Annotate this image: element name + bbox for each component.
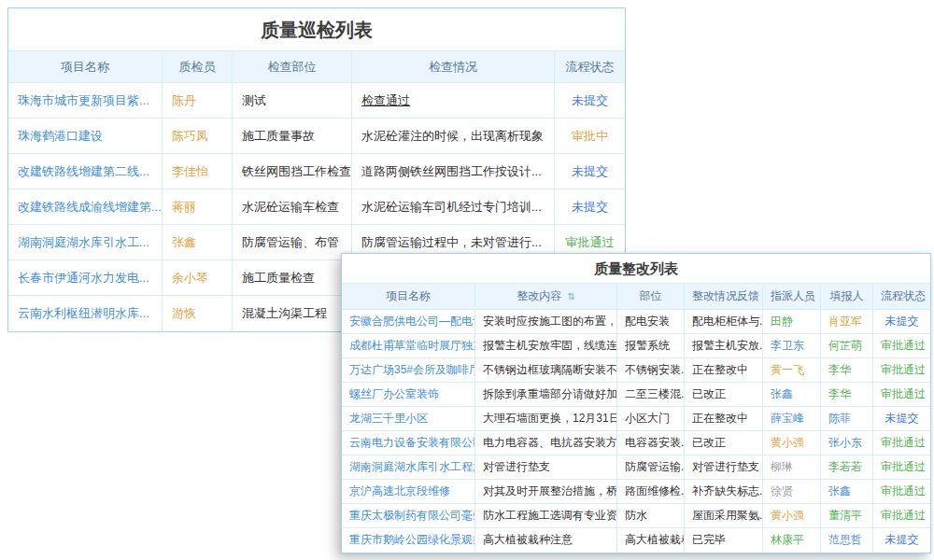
- reporter-name: 陈菲: [821, 407, 873, 430]
- feedback-cell: 已改正: [685, 431, 763, 455]
- table-row: 万达广场35#会所及咖啡厅空... 不锈钢边框玻璃隔断安装不牢... 不锈钢安装…: [342, 358, 930, 383]
- table-row: 重庆市鹅岭公园绿化景观提升... 高大植被栽种注意 高大植被栽种 已完毕 林康平…: [342, 528, 930, 553]
- feedback-cell: 正在整改中: [685, 407, 763, 430]
- feedback-cell: 屋面采用聚氨...: [685, 504, 763, 527]
- part-cell: 测试: [233, 83, 352, 118]
- col-header-assignee: 指派人员: [763, 284, 821, 309]
- project-link[interactable]: 成都杜甫草堂临时展厅独立展...: [342, 334, 475, 357]
- table-row: 珠海市城市更新项目紫... 陈丹 测试 检查通过 未提交: [8, 83, 625, 119]
- col-header-status: 流程状态: [555, 51, 625, 82]
- col-header-reporter: 填报人: [821, 284, 873, 309]
- project-link[interactable]: 龙湖三千里小区: [342, 407, 475, 430]
- project-link[interactable]: 珠海鹤港口建设: [8, 119, 163, 153]
- reporter-name: 肖亚军: [821, 310, 873, 333]
- reporter-name: 范思哲: [821, 528, 873, 553]
- reporter-name: 张鑫: [821, 480, 873, 503]
- reporter-name: 张小东: [821, 431, 873, 455]
- status-badge: 审批通过: [873, 334, 930, 357]
- table-row: 龙湖三千里小区 大理石墙面更换，12月31日之... 小区大门 正在整改中 薛宝…: [342, 407, 930, 431]
- part-cell: 二至三楼混...: [617, 383, 685, 406]
- col-header-project: 项目名称: [342, 284, 475, 309]
- table-row: 改建铁路线成渝线增建第... 蒋丽 水泥砼运输车检查 水泥砼运输车司机经过专门培…: [8, 189, 625, 225]
- part-cell: 铁丝网围挡工作检查: [233, 154, 352, 189]
- assignee-name: 黄小强: [763, 431, 821, 455]
- part-cell: 不锈钢安装...: [617, 358, 685, 382]
- status-badge: 未提交: [873, 528, 930, 553]
- status-badge: 审批通过: [873, 455, 930, 479]
- situation-cell: 检查通过: [352, 83, 555, 118]
- col-header-status: 流程状态: [873, 284, 930, 309]
- project-link[interactable]: 改建铁路线增建第二线...: [8, 154, 163, 189]
- col-header-part: 部位: [617, 284, 685, 309]
- rectification-table-title: 质量整改列表: [342, 254, 930, 284]
- table-row: 云南电力设备安装有限公司20... 电力电容器、电抗器安装方案... 电容器安装…: [342, 431, 930, 455]
- status-badge: 审批通过: [873, 480, 930, 503]
- table-row: 改建铁路线增建第二线... 李佳怡 铁丝网围挡工作检查 道路两侧铁丝网围挡工作按…: [8, 154, 625, 189]
- situation-cell: 水泥砼灌注的时候，出现离析现象: [352, 119, 555, 153]
- table-row: 安徽合肥供电公司—配电设备... 安装时应按施工图的布置，将... 配电安装 配…: [342, 310, 930, 334]
- reporter-name: 李若若: [821, 455, 873, 479]
- status-badge: 未提交: [873, 310, 930, 333]
- situation-cell: 道路两侧铁丝网围挡工作按设计...: [352, 154, 555, 189]
- project-link[interactable]: 万达广场35#会所及咖啡厅空...: [342, 358, 475, 382]
- part-cell: 混凝土沟渠工程: [233, 296, 352, 331]
- project-link[interactable]: 重庆市鹅岭公园绿化景观提升...: [342, 528, 475, 553]
- assignee-name: 黄一飞: [763, 358, 821, 382]
- part-cell: 水泥砼运输车检查: [233, 189, 352, 224]
- table-row: 湖南洞庭湖水库引水工程施工1标 对管进行垫支 防腐管运输... 对管进行垫支 柳…: [342, 455, 930, 480]
- feedback-cell: 补齐缺失标志...: [685, 480, 763, 503]
- inspector-name: 张鑫: [163, 225, 233, 259]
- col-header-project: 项目名称: [8, 51, 163, 82]
- feedback-cell: 正在整改中: [685, 358, 763, 382]
- status-badge: 未提交: [555, 83, 625, 118]
- project-link[interactable]: 长春市伊通河水力发电...: [8, 260, 163, 295]
- status-badge: 审批通过: [873, 358, 930, 382]
- sort-icon[interactable]: ⇅: [567, 291, 574, 301]
- content-cell: 防水工程施工选调有专业资质...: [475, 504, 617, 527]
- part-cell: 防水: [617, 504, 685, 527]
- project-link[interactable]: 安徽合肥供电公司—配电设备...: [342, 310, 475, 333]
- col-header-inspector: 质检员: [163, 51, 233, 82]
- project-link[interactable]: 螺丝厂办公室装饰: [342, 383, 475, 406]
- col-header-situation: 检查情况: [352, 51, 555, 82]
- feedback-cell: 已改正: [685, 383, 763, 406]
- reporter-name: 李华: [821, 358, 873, 382]
- project-link[interactable]: 云南水利枢纽潜明水库...: [8, 296, 163, 331]
- project-link[interactable]: 湖南洞庭湖水库引水工程施工1标: [342, 455, 475, 479]
- project-link[interactable]: 改建铁路线成渝线增建第...: [8, 189, 163, 224]
- status-badge: 未提交: [555, 154, 625, 189]
- reporter-name: 董清平: [821, 504, 873, 527]
- project-link[interactable]: 湖南洞庭湖水库引水工...: [8, 225, 163, 259]
- inspector-name: 李佳怡: [163, 154, 233, 189]
- project-link[interactable]: 重庆太极制药有限公司毫州中...: [342, 504, 475, 527]
- feedback-cell: 对管进行垫支: [685, 455, 763, 479]
- assignee-name: 张鑫: [763, 383, 821, 406]
- part-cell: 施工质量检查: [233, 260, 352, 295]
- table-row: 重庆太极制药有限公司毫州中... 防水工程施工选调有专业资质... 防水 屋面采…: [342, 504, 930, 528]
- assignee-name: 林康平: [763, 528, 821, 553]
- reporter-name: 李华: [821, 383, 873, 406]
- inspector-name: 陈丹: [163, 83, 233, 118]
- project-link[interactable]: 京沪高速北京段维修: [342, 480, 475, 503]
- feedback-cell: 已完毕: [685, 528, 763, 553]
- assignee-name: 李卫东: [763, 334, 821, 357]
- part-cell: 配电安装: [617, 310, 685, 333]
- content-cell: 高大植被栽种注意: [475, 528, 617, 553]
- status-badge: 未提交: [555, 189, 625, 224]
- inspection-header-row: 项目名称 质检员 检查部位 检查情况 流程状态: [8, 51, 625, 83]
- assignee-name: 田静: [763, 310, 821, 333]
- part-cell: 路面维修检...: [617, 480, 685, 503]
- content-cell: 报警主机安放牢固，线缆连接...: [475, 334, 617, 357]
- status-badge: 审批通过: [873, 504, 930, 527]
- part-cell: 防腐管运输...: [617, 455, 685, 479]
- project-link[interactable]: 珠海市城市更新项目紫...: [8, 83, 163, 118]
- content-cell: 拆除到承重墙部分请做好加固...: [475, 383, 617, 406]
- content-cell: 安装时应按施工图的布置，将...: [475, 310, 617, 333]
- inspector-name: 余小琴: [163, 260, 233, 295]
- quality-rectification-table: 质量整改列表 项目名称 整改内容 ⇅ 部位 整改情况反馈 指派人员 填报人 流程…: [341, 253, 931, 553]
- content-cell: 电力电容器、电抗器安装方案...: [475, 431, 617, 455]
- content-cell: 不锈钢边框玻璃隔断安装不牢...: [475, 358, 617, 382]
- assignee-name: 徐贤: [763, 480, 821, 503]
- col-header-feedback: 整改情况反馈: [685, 284, 763, 309]
- project-link[interactable]: 云南电力设备安装有限公司20...: [342, 431, 475, 455]
